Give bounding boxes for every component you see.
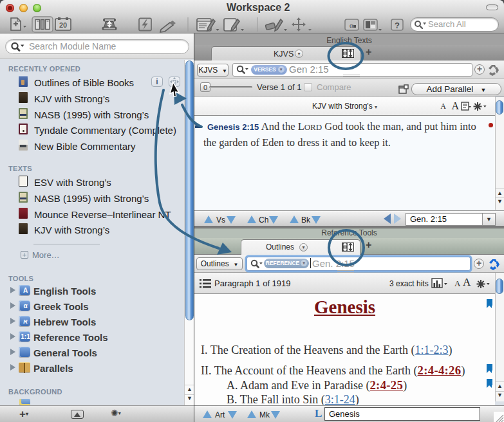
svg-text:20: 20 xyxy=(59,21,67,29)
svg-text:α: α xyxy=(350,21,353,29)
svg-text:?: ? xyxy=(395,21,400,30)
